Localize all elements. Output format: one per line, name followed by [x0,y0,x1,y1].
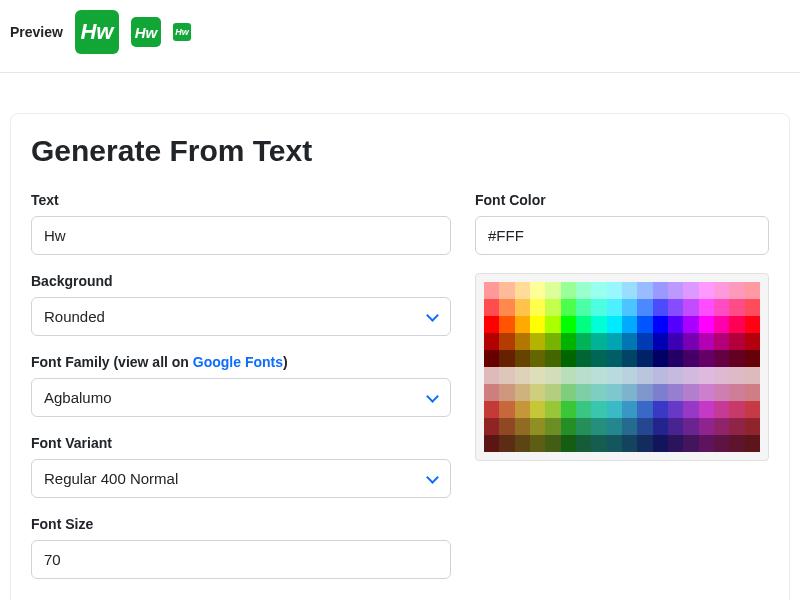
color-swatch[interactable] [484,299,499,316]
color-swatch[interactable] [515,333,530,350]
color-swatch[interactable] [729,418,744,435]
color-swatch[interactable] [545,350,560,367]
color-swatch[interactable] [499,282,514,299]
color-swatch[interactable] [714,367,729,384]
color-swatch[interactable] [530,282,545,299]
color-swatch[interactable] [729,401,744,418]
font-variant-select[interactable]: Regular 400 Normal [31,459,451,498]
color-swatch[interactable] [745,316,760,333]
color-swatch[interactable] [699,418,714,435]
color-swatch[interactable] [745,418,760,435]
color-swatch[interactable] [699,384,714,401]
color-swatch[interactable] [683,367,698,384]
color-swatch[interactable] [637,384,652,401]
color-swatch[interactable] [561,299,576,316]
color-swatch[interactable] [484,435,499,452]
color-swatch[interactable] [530,316,545,333]
color-swatch[interactable] [683,384,698,401]
color-swatch[interactable] [576,316,591,333]
color-swatch[interactable] [561,401,576,418]
color-swatch[interactable] [545,401,560,418]
color-swatch[interactable] [484,418,499,435]
color-swatch[interactable] [622,401,637,418]
color-swatch[interactable] [591,282,606,299]
color-swatch[interactable] [668,299,683,316]
color-swatch[interactable] [545,333,560,350]
color-swatch[interactable] [515,299,530,316]
color-swatch[interactable] [484,384,499,401]
color-swatch[interactable] [683,282,698,299]
color-swatch[interactable] [745,367,760,384]
color-swatch[interactable] [607,333,622,350]
color-swatch[interactable] [653,333,668,350]
color-swatch[interactable] [699,333,714,350]
color-swatch[interactable] [499,435,514,452]
color-swatch[interactable] [607,384,622,401]
color-swatch[interactable] [607,316,622,333]
color-swatch[interactable] [499,333,514,350]
color-swatch[interactable] [499,401,514,418]
color-swatch[interactable] [699,401,714,418]
color-swatch[interactable] [545,384,560,401]
color-swatch[interactable] [561,367,576,384]
color-swatch[interactable] [530,333,545,350]
color-swatch[interactable] [607,418,622,435]
color-swatch[interactable] [714,418,729,435]
google-fonts-link[interactable]: Google Fonts [193,354,283,370]
color-swatch[interactable] [515,282,530,299]
color-swatch[interactable] [545,418,560,435]
color-swatch[interactable] [545,299,560,316]
color-swatch[interactable] [637,316,652,333]
color-swatch[interactable] [729,333,744,350]
color-swatch[interactable] [699,435,714,452]
color-swatch[interactable] [591,401,606,418]
color-swatch[interactable] [530,299,545,316]
color-swatch[interactable] [576,282,591,299]
color-swatch[interactable] [484,282,499,299]
color-swatch[interactable] [714,384,729,401]
color-swatch[interactable] [484,401,499,418]
color-swatch[interactable] [515,401,530,418]
color-swatch[interactable] [530,384,545,401]
color-swatch[interactable] [530,435,545,452]
color-swatch[interactable] [499,299,514,316]
color-swatch[interactable] [699,367,714,384]
color-swatch[interactable] [745,384,760,401]
color-swatch[interactable] [576,384,591,401]
color-swatch[interactable] [637,418,652,435]
color-swatch[interactable] [515,316,530,333]
color-swatch[interactable] [622,316,637,333]
color-swatch[interactable] [683,299,698,316]
color-swatch[interactable] [499,350,514,367]
color-swatch[interactable] [637,435,652,452]
color-swatch[interactable] [622,384,637,401]
color-swatch[interactable] [561,435,576,452]
color-swatch[interactable] [653,384,668,401]
color-swatch[interactable] [622,435,637,452]
color-swatch[interactable] [745,435,760,452]
color-swatch[interactable] [576,401,591,418]
color-swatch[interactable] [745,401,760,418]
color-swatch[interactable] [699,282,714,299]
color-swatch[interactable] [607,367,622,384]
background-select[interactable]: Rounded [31,297,451,336]
color-swatch[interactable] [729,367,744,384]
color-swatch[interactable] [545,367,560,384]
color-swatch[interactable] [668,333,683,350]
color-swatch[interactable] [607,401,622,418]
color-swatch[interactable] [714,299,729,316]
color-swatch[interactable] [484,350,499,367]
color-swatch[interactable] [591,316,606,333]
color-swatch[interactable] [637,282,652,299]
color-swatch[interactable] [484,333,499,350]
color-swatch[interactable] [622,333,637,350]
color-swatch[interactable] [499,384,514,401]
color-swatch[interactable] [637,350,652,367]
color-swatch[interactable] [591,435,606,452]
color-swatch[interactable] [591,418,606,435]
color-swatch[interactable] [591,299,606,316]
color-swatch[interactable] [622,299,637,316]
color-swatch[interactable] [576,350,591,367]
color-swatch[interactable] [515,418,530,435]
color-swatch[interactable] [683,316,698,333]
